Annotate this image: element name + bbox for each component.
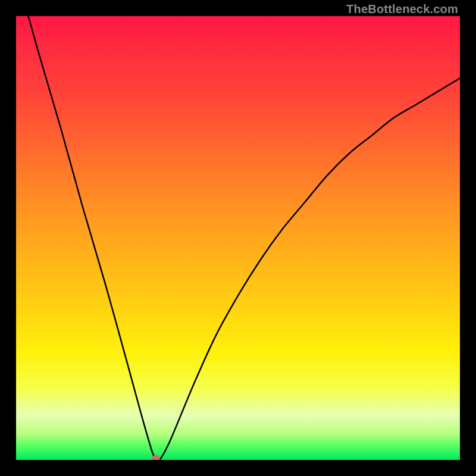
- chart-frame: TheBottleneck.com: [0, 0, 476, 476]
- plot-area: [16, 16, 460, 460]
- bottleneck-curve: [16, 16, 460, 460]
- watermark-text: TheBottleneck.com: [346, 2, 458, 16]
- minimum-marker: [152, 455, 160, 460]
- chart-svg: [16, 16, 460, 460]
